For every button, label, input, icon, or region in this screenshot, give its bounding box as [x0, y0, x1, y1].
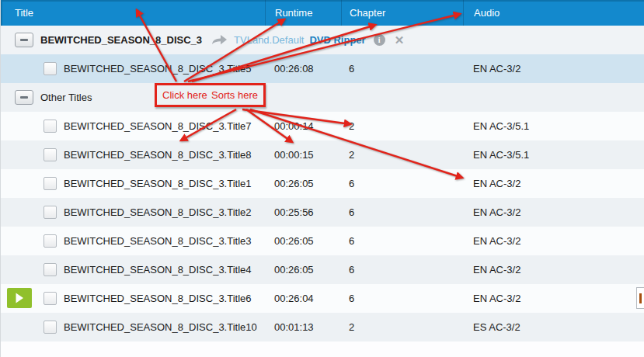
runtime-cell: 00:26:05 [265, 235, 341, 247]
row-checkbox[interactable] [44, 62, 57, 75]
chapter-cell: 6 [341, 178, 463, 189]
column-header-title[interactable]: Title [1, 0, 265, 26]
chapter-cell: 2 [341, 120, 463, 132]
audio-cell: ES AC-3/2 [463, 321, 644, 333]
audio-cell: EN AC-3/5.1 [463, 120, 644, 132]
row-checkbox[interactable] [44, 177, 57, 190]
runtime-cell: 00:01:13 [265, 321, 341, 333]
close-icon[interactable]: ✕ [395, 34, 405, 46]
minus-icon [20, 96, 28, 99]
column-header-title-label: Title [15, 7, 33, 19]
chapter-cell: 2 [341, 149, 463, 161]
disc-name: BEWITCHED_SEASON_8_DISC_3 [40, 34, 202, 46]
runtime-cell: 00:26:05 [265, 178, 341, 189]
row-checkbox[interactable] [44, 292, 57, 305]
row-checkbox[interactable] [44, 263, 57, 276]
column-header-runtime-label: Runtime [275, 7, 312, 19]
title-cell: BEWITCHED_SEASON_8_DISC_3.Title5 [64, 63, 252, 75]
preset-label[interactable]: TVLand.Default [234, 34, 304, 46]
row-checkbox[interactable] [44, 120, 57, 133]
audio-cell: EN AC-3/2 [463, 264, 644, 276]
chapter-cell: 6 [341, 235, 463, 247]
destination-label[interactable]: DVD Ripper [309, 34, 365, 46]
chapter-cell: 6 [341, 293, 463, 304]
title-cell: BEWITCHED_SEASON_8_DISC_3.Title7 [64, 120, 252, 132]
audio-cell: EN AC-3/2 [463, 206, 644, 218]
audio-cell: EN AC-3/2 [463, 293, 644, 304]
audio-cell: EN AC-3/2 [463, 63, 644, 75]
row-checkbox[interactable] [44, 234, 57, 248]
row-checkbox[interactable] [44, 206, 57, 219]
column-header-audio[interactable]: Audio [463, 0, 644, 26]
runtime-cell: 00:25:56 [265, 206, 341, 218]
play-icon [15, 293, 24, 303]
audio-cell: EN AC-3/5.1 [463, 149, 644, 161]
title-cell: BEWITCHED_SEASON_8_DISC_3.Title1 [64, 178, 252, 189]
table-row[interactable]: BEWITCHED_SEASON_8_DISC_3.Title1 00:26:0… [1, 169, 644, 198]
edge-partial-icon [639, 293, 642, 303]
play-button[interactable] [7, 288, 32, 308]
title-cell: BEWITCHED_SEASON_8_DISC_3.Title4 [64, 264, 252, 276]
other-titles-label: Other Titles [40, 92, 92, 103]
chapter-cell: 6 [341, 264, 463, 276]
other-rows: BEWITCHED_SEASON_8_DISC_3.Title7 00:00:1… [1, 112, 644, 341]
chapter-cell: 2 [341, 321, 463, 333]
table-row[interactable]: BEWITCHED_SEASON_8_DISC_3.Title2 00:25:5… [1, 198, 644, 227]
table-header: Title Runtime Chapter Audio [1, 0, 644, 26]
title-cell: BEWITCHED_SEASON_8_DISC_3.Title10 [64, 321, 257, 333]
disc-rows: BEWITCHED_SEASON_8_DISC_3.Title5 00:26:0… [1, 54, 644, 83]
title-cell: BEWITCHED_SEASON_8_DISC_3.Title2 [64, 206, 252, 218]
runtime-cell: 00:26:05 [265, 264, 341, 276]
runtime-cell: 00:26:04 [265, 293, 341, 304]
chapter-cell: 6 [341, 63, 463, 75]
audio-cell: EN AC-3/2 [463, 178, 644, 189]
collapse-other-button[interactable] [15, 90, 33, 105]
column-header-audio-label: Audio [474, 7, 500, 19]
table-row[interactable]: BEWITCHED_SEASON_8_DISC_3.Title8 00:00:1… [1, 140, 644, 169]
row-checkbox[interactable] [44, 321, 57, 334]
column-header-chapter[interactable]: Chapter [341, 0, 463, 26]
dvd-ripper-title-table: Title Runtime Chapter Audio BEWITCHED_SE… [0, 0, 644, 357]
other-titles-group-row[interactable]: Other Titles [1, 83, 644, 112]
table-row[interactable]: BEWITCHED_SEASON_8_DISC_3.Title6 00:26:0… [1, 284, 644, 313]
title-cell: BEWITCHED_SEASON_8_DISC_3.Title3 [64, 235, 252, 247]
table-row[interactable]: BEWITCHED_SEASON_8_DISC_3.Title7 00:00:1… [1, 112, 644, 140]
forward-arrow-icon [211, 34, 228, 46]
table-row[interactable]: BEWITCHED_SEASON_8_DISC_3.Title5 00:26:0… [1, 54, 644, 83]
column-header-runtime[interactable]: Runtime [265, 0, 341, 26]
runtime-cell: 00:00:14 [265, 120, 341, 132]
disc-group-row[interactable]: BEWITCHED_SEASON_8_DISC_3 TVLand.Default… [1, 26, 644, 54]
chapter-cell: 6 [341, 206, 463, 218]
runtime-cell: 00:26:08 [265, 63, 341, 75]
table-row[interactable]: BEWITCHED_SEASON_8_DISC_3.Title4 00:26:0… [1, 255, 644, 284]
minus-icon [20, 39, 28, 41]
info-icon[interactable]: i [374, 34, 385, 46]
title-cell: BEWITCHED_SEASON_8_DISC_3.Title6 [64, 293, 252, 304]
row-checkbox[interactable] [44, 148, 57, 161]
edge-partial-button[interactable] [636, 287, 644, 309]
table-row[interactable]: BEWITCHED_SEASON_8_DISC_3.Title10 00:01:… [1, 313, 644, 341]
column-header-chapter-label: Chapter [350, 7, 385, 19]
collapse-disc-button[interactable] [15, 33, 33, 47]
table-row[interactable]: BEWITCHED_SEASON_8_DISC_3.Title3 00:26:0… [1, 227, 644, 255]
title-cell: BEWITCHED_SEASON_8_DISC_3.Title8 [64, 149, 252, 161]
audio-cell: EN AC-3/2 [463, 235, 644, 247]
runtime-cell: 00:00:15 [265, 149, 341, 161]
